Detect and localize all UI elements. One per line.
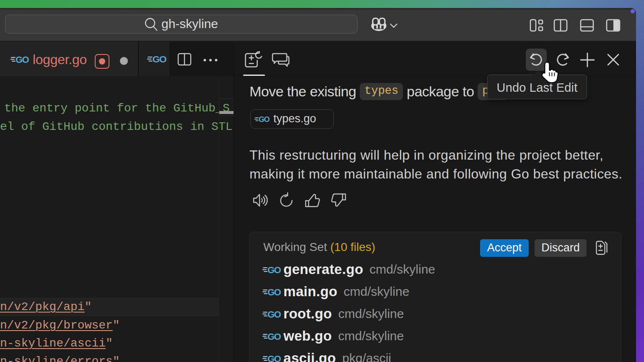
svg-text:GO: GO <box>16 54 29 64</box>
svg-text:GO: GO <box>259 115 270 123</box>
svg-text:GO: GO <box>267 354 281 362</box>
svg-text:GO: GO <box>267 309 281 319</box>
svg-text:GO: GO <box>267 287 281 297</box>
svg-text:GO: GO <box>267 331 281 341</box>
svg-text:GO: GO <box>153 54 166 64</box>
svg-text:GO: GO <box>267 265 281 274</box>
